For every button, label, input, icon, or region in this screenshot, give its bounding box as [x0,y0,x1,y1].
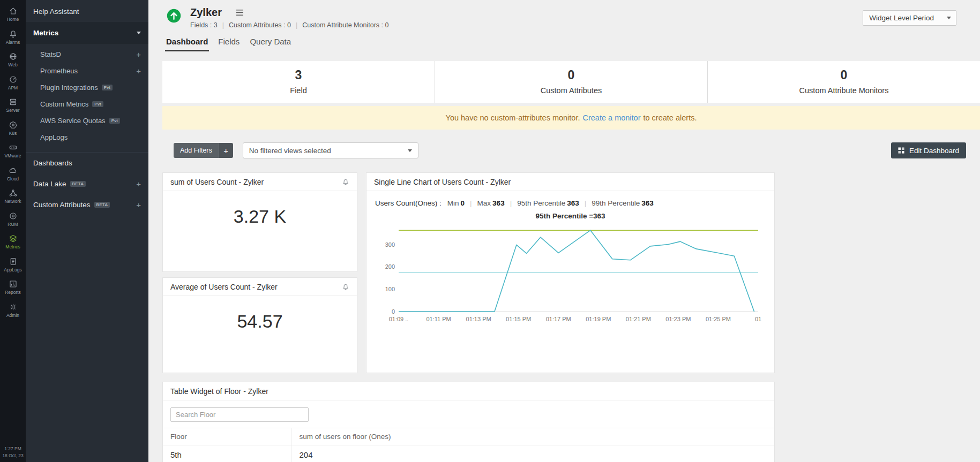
metrics-layers-icon [9,234,18,243]
nav-item-label: AppLogs [40,133,68,141]
rail-item-rum[interactable]: RUM [0,207,26,230]
clock-date: 18 Oct, 23 [0,452,26,459]
rail-item-label: APM [8,86,18,90]
rail-item-home[interactable]: Home [0,2,26,25]
title-block: Zylker Fields : 3|Custom Attributes : 0|… [190,6,388,29]
rail-item-k8s[interactable]: K8s [0,116,26,139]
nav-item-statsd[interactable]: StatsD + [26,46,148,63]
rail-item-network[interactable]: Network [0,184,26,207]
average-widget-value: 54.57 [163,296,357,332]
rail-item-web[interactable]: Web [0,48,26,71]
widget-level-period-select[interactable]: Widget Level Period [863,10,956,26]
banner-text-before: You have no custom-attributes monitor. [446,113,580,122]
column-header-sum: sum of users on floor (Ones) [291,428,774,445]
nav-item-dashboards[interactable]: Dashboards [26,152,148,173]
add-filters-button[interactable]: Add Filters + [174,143,233,158]
nav-section-metrics[interactable]: Metrics [26,22,148,44]
nav-item-label: StatsD [40,50,61,58]
rail-item-label: RUM [8,222,18,227]
nav-item-applogs[interactable]: AppLogs [26,129,148,146]
legend-separator: | [470,199,472,207]
nav-item-data-lake[interactable]: Data Lake BETA + [26,173,148,194]
no-monitor-banner: You have no custom-attributes monitor. C… [162,106,980,130]
tab-fields[interactable]: Fields [217,37,241,51]
legend-stat-min: Min0 [447,199,465,207]
nav-item-aws-service-quotas[interactable]: AWS Service Quotas Pvt [26,112,148,129]
summary-stats-strip: 3 Field 0 Custom Attributes 0 Custom Att… [162,61,980,103]
stat-label: Field [290,86,306,95]
monitor-menu-icon[interactable] [236,9,244,16]
table-header-row: Floor sum of users on floor (Ones) [163,428,774,445]
gauge-icon [9,75,18,84]
add-filter-plus-icon[interactable]: + [219,143,233,158]
widget-title: sum of Users Count - Zylker [170,178,264,186]
nav-item-help-assistant[interactable]: Help Assistant [26,0,148,22]
nav-item-label: Dashboards [33,159,72,167]
add-filters-label: Add Filters [174,143,219,158]
legend-stat-max: Max363 [477,199,505,207]
alert-bell-icon[interactable] [342,178,349,186]
table-row[interactable]: 5th 204 [163,445,774,462]
svg-text:01:23 PM: 01:23 PM [665,316,691,322]
caret-down-icon [947,17,951,19]
svg-text:01:15 PM: 01:15 PM [506,316,531,322]
rail-item-apm[interactable]: APM [0,71,26,94]
alert-bell-icon[interactable] [342,283,349,291]
svg-text:01:21 PM: 01:21 PM [626,316,651,322]
widgets-left-column: sum of Users Count - Zylker 3.27 K Avera… [162,172,357,373]
rail-item-vmware[interactable]: VMware [0,139,26,162]
server-icon [9,97,18,107]
nav-item-label: Plugin Integrations [40,84,98,92]
rail-item-applogs[interactable]: AppLogs [0,253,26,276]
vmware-icon [9,143,18,152]
nav-item-label: Prometheus [40,67,78,75]
rail-item-admin[interactable]: Admin [0,298,26,321]
rail-item-reports[interactable]: Reports [0,275,26,298]
tab-query-data[interactable]: Query Data [249,37,292,51]
create-monitor-link[interactable]: Create a monitor [583,113,641,122]
beta-badge: BETA [94,202,110,208]
bell-icon [9,29,18,39]
rail-item-cloud[interactable]: Cloud [0,162,26,185]
page-header: Zylker Fields : 3|Custom Attributes : 0|… [162,0,980,29]
svg-text:01:13 PM: 01:13 PM [466,316,491,322]
expand-plus-icon[interactable]: + [136,201,141,209]
rail-item-alarms[interactable]: Alarms [0,25,26,48]
chevron-down-icon [137,32,141,34]
pvt-badge: Pvt [92,101,103,107]
rail-item-label: Alarms [6,40,20,45]
widget-title: Table Widget of Floor - Zylker [170,387,268,396]
rail-item-metrics[interactable]: Metrics [0,230,26,253]
network-icon [9,188,18,198]
svg-text:300: 300 [385,241,395,248]
nav-item-prometheus[interactable]: Prometheus + [26,63,148,79]
table-widget-card: Table Widget of Floor - Zylker Floor sum… [162,382,775,462]
rail-item-label: Web [8,63,17,67]
applogs-doc-icon [9,257,18,266]
expand-plus-icon[interactable]: + [136,50,141,58]
pvt-badge: Pvt [109,118,120,124]
meta-custom-attributes: Custom Attributes : 0 [229,21,291,29]
svg-text:01:17 PM: 01:17 PM [546,316,571,322]
banner-text-after: to create alerts. [644,113,697,122]
period-select-label: Widget Level Period [869,14,934,22]
search-floor-input[interactable] [170,407,309,422]
nav-item-custom-metrics[interactable]: Custom Metrics Pvt [26,96,148,112]
sum-widget-card: sum of Users Count - Zylker 3.27 K [162,172,357,272]
reports-chart-icon [9,279,18,289]
edit-dashboard-button[interactable]: Edit Dashboard [891,142,966,158]
stat-label: Custom Attribute Monitors [799,86,889,95]
rum-icon [9,211,18,221]
stat-value: 0 [568,69,575,81]
nav-item-plugin-integrations[interactable]: Plugin Integrations Pvt [26,79,148,96]
meta-separator: | [222,21,224,29]
filtered-views-dropdown[interactable]: No filtered views selected [243,142,418,158]
main-content: Zylker Fields : 3|Custom Attributes : 0|… [148,0,980,462]
rail-item-server[interactable]: Server [0,93,26,116]
expand-plus-icon[interactable]: + [136,180,141,188]
meta-custom-attribute-monitors: Custom Attribute Monitors : 0 [302,21,388,29]
tab-dashboard[interactable]: Dashboard [165,37,209,51]
nav-item-custom-attributes[interactable]: Custom Attributes BETA + [26,194,148,215]
kubernetes-icon [9,120,18,130]
expand-plus-icon[interactable]: + [136,67,141,75]
